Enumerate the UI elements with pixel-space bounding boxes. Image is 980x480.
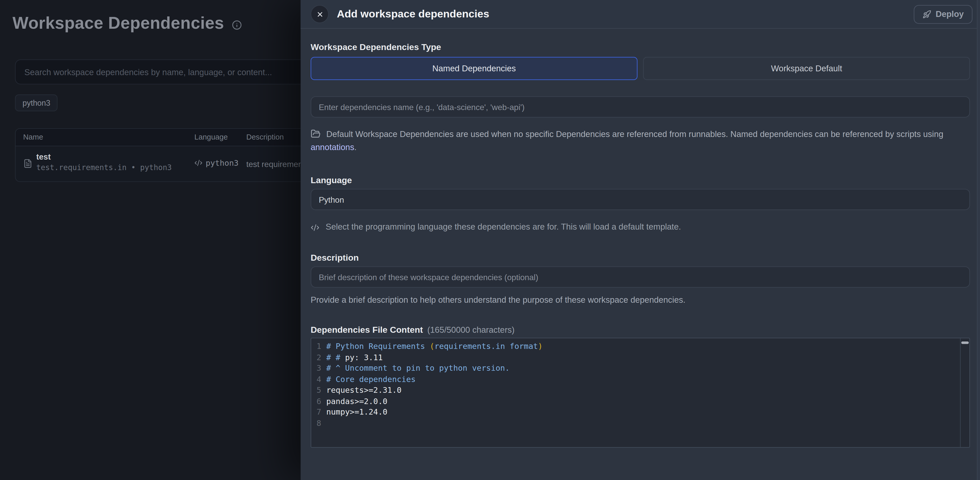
column-header-language: Language (194, 132, 228, 141)
type-section-label: Workspace Dependencies Type (310, 42, 970, 52)
drawer-title: Add workspace dependencies (337, 8, 914, 20)
code-line: 1 # Python Requirements (requirements.in… (311, 341, 969, 352)
code-line: 4 # Core dependencies (311, 373, 969, 384)
code-line: 3 # ^ Uncomment to pin to python version… (311, 363, 969, 374)
line-number: 4 (311, 373, 326, 384)
code-token: # Core dependencies (326, 374, 416, 384)
code-token: numpy>=1.24.0 (326, 407, 387, 417)
add-workspace-dependencies-drawer: Add workspace dependencies Deploy Worksp… (301, 0, 980, 480)
row-meta: test.requirements.in • python3 (36, 163, 172, 172)
line-number: 6 (311, 395, 326, 407)
editor-scrollbar-thumb[interactable] (961, 341, 969, 344)
toggle-workspace-default[interactable]: Workspace Default (643, 57, 970, 80)
row-language: python3 (206, 158, 239, 168)
code-line: 5 requests>=2.31.0 (311, 384, 969, 395)
code-token: requests>=2.31.0 (326, 385, 401, 395)
code-icon (194, 159, 202, 167)
column-header-name: Name (23, 132, 43, 141)
character-counter: (165/50000 characters) (428, 325, 515, 335)
code-line: 8 (311, 418, 969, 429)
editor-scrollbar[interactable] (960, 338, 969, 447)
deploy-label: Deploy (935, 10, 964, 19)
drawer-scrollbar[interactable] (977, 0, 980, 480)
code-line: 6 pandas>=2.0.0 (311, 395, 969, 407)
line-number: 2 (311, 352, 326, 363)
content-section-label-row: Dependencies File Content (165/50000 cha… (310, 325, 970, 335)
code-line: 2 # # py: 3.11 (311, 352, 969, 363)
row-description: test requiremen (246, 159, 302, 169)
annotations-link[interactable]: annotations (310, 142, 354, 152)
close-icon (316, 10, 323, 18)
code-line: 7 numpy>=1.24.0 (311, 407, 969, 418)
code-token: requirements.in format (434, 341, 538, 351)
code-token: # # (326, 352, 345, 362)
code-icon (310, 223, 319, 232)
column-header-description: Description (246, 132, 283, 141)
page-title-row: Workspace Dependencies (13, 14, 242, 33)
toggle-named-dependencies[interactable]: Named Dependencies (310, 57, 638, 80)
code-token: py: 3.11 (345, 352, 383, 362)
type-help-period: . (354, 142, 357, 152)
language-help: Select the programming language these de… (310, 222, 970, 232)
type-help-text: Default Workspace Dependencies are used … (310, 128, 970, 154)
code-lines: 1 # Python Requirements (requirements.in… (311, 338, 969, 429)
language-select-value: Python (319, 195, 344, 204)
dependencies-file-content-editor[interactable]: 1 # Python Requirements (requirements.in… (310, 338, 970, 448)
rocket-icon (923, 10, 931, 19)
close-button[interactable] (310, 5, 329, 23)
line-number: 1 (311, 341, 326, 352)
description-help-text: Provide a brief description to help othe… (310, 295, 970, 305)
app-root: Workspace Dependencies python3 Name Lang… (0, 0, 980, 480)
page-title: Workspace Dependencies (13, 14, 224, 33)
folder-open-icon (310, 129, 320, 138)
content-section-label: Dependencies File Content (310, 325, 423, 335)
dependencies-name-input[interactable] (310, 96, 970, 118)
info-icon[interactable] (232, 20, 242, 30)
drawer-header: Add workspace dependencies Deploy (301, 0, 980, 29)
language-section-label: Language (310, 175, 970, 185)
language-select[interactable]: Python (310, 189, 970, 210)
code-token: # ^ Uncomment to pin to python version. (326, 363, 509, 373)
code-token: pandas>=2.0.0 (326, 396, 387, 406)
description-section-label: Description (310, 253, 970, 263)
type-help-body: Default Workspace Dependencies are used … (326, 129, 943, 139)
line-number: 3 (311, 363, 326, 374)
deploy-button[interactable]: Deploy (914, 5, 972, 23)
line-number: 8 (311, 418, 326, 429)
code-token: ( (430, 341, 434, 351)
row-name: test (36, 152, 51, 161)
filter-chip-python3[interactable]: python3 (15, 94, 58, 112)
code-token: ) (538, 341, 542, 351)
line-number: 5 (311, 384, 326, 395)
description-input[interactable] (310, 266, 970, 288)
code-token: # Python Requirements (326, 341, 430, 351)
language-help-text: Select the programming language these de… (326, 222, 681, 231)
file-text-icon (23, 159, 33, 169)
drawer-body: Workspace Dependencies Type Named Depend… (310, 29, 970, 480)
row-language-cell: python3 (194, 158, 239, 168)
line-number: 7 (311, 407, 326, 418)
type-toggle-group: Named Dependencies Workspace Default (310, 57, 970, 80)
